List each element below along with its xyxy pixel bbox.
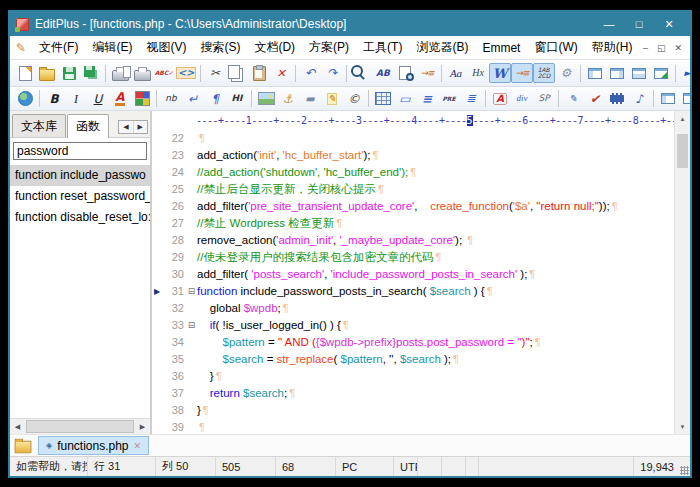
code-line[interactable]: 37 return $search; ¶ [152,385,674,402]
insert-table-icon[interactable] [372,89,394,109]
undo-icon[interactable]: ↶ [299,63,321,83]
scroll-left-icon[interactable]: ◀ [119,121,132,133]
code-line[interactable]: 33 ⊟ if( !is_user_logged_in() ) { ¶ [152,317,674,334]
open-file-icon[interactable] [36,63,58,83]
bold-icon[interactable]: B [43,89,65,109]
auto-indent-icon[interactable]: →≡ [511,63,533,83]
find-icon[interactable] [350,63,372,83]
preferences-icon[interactable]: ⚙ [555,63,577,83]
menu-item[interactable]: 工具(T) [356,37,409,58]
sidebar-hscrollbar[interactable]: ◀ ▶ [10,418,150,434]
menu-item[interactable]: 编辑(E) [85,37,139,58]
delete-icon[interactable]: ✕ [270,63,292,83]
menu-item[interactable]: 文件(F) [32,37,85,58]
insert-list-icon[interactable]: ≣ [460,89,482,109]
sidebar-tab[interactable]: 文本库 [12,114,66,137]
insert-textbox-icon[interactable]: ▭ [394,89,416,109]
code-line[interactable]: 28 remove_action('admin_init', '_maybe_u… [152,232,674,249]
paragraph-icon[interactable]: ¶ [204,89,226,109]
print-preview-icon[interactable] [109,63,131,83]
fold-toggle-icon[interactable]: ⊟ [186,317,197,334]
toggle-cliptext-icon[interactable] [606,63,628,83]
function-list-item[interactable]: function disable_reset_lo: [10,207,150,228]
pre-tag-icon[interactable]: PRE [438,89,460,109]
nbsp-icon[interactable]: nb [160,89,182,109]
new-document-icon[interactable] [14,63,36,83]
copyright-icon[interactable]: © [343,89,365,109]
underline-icon[interactable]: U [87,89,109,109]
cut-icon[interactable]: ✂ [204,63,226,83]
hscroll-left-icon[interactable]: ◀ [10,423,25,431]
view-in-browser-icon[interactable] [14,89,36,109]
find-in-files-icon[interactable] [394,63,416,83]
insert-image-icon[interactable] [255,89,277,109]
function-filter-input[interactable] [13,142,147,160]
copy-icon[interactable] [226,63,248,83]
menu-item[interactable]: 搜索(S) [193,37,247,58]
object-properties-icon[interactable] [679,89,692,109]
mdi-restore-icon[interactable]: ◱ [657,43,666,53]
menu-item[interactable]: 帮助(H) [585,37,640,58]
code-line[interactable]: 34 $pattern = " AND ({$wpdb->prefix}post… [152,334,674,351]
context-help-icon[interactable]: ►? [679,63,692,83]
code-line[interactable]: 29 //使未登录用户的搜索结果包含加密文章的代码 ¶ [152,249,674,266]
scroll-right-icon[interactable]: ▶ [133,121,147,133]
toggle-output-icon[interactable] [628,63,650,83]
code-line[interactable]: 30 add_filter( 'posts_search', 'include_… [152,266,674,283]
hscroll-thumb[interactable] [26,420,134,433]
horizontal-rule-icon[interactable]: ▬ [299,89,321,109]
maximize-icon[interactable]: □ [624,14,654,34]
scroll-up-icon[interactable]: ▲ [675,111,690,126]
folder-icon[interactable] [15,441,32,454]
menu-item[interactable]: 窗口(W) [527,37,584,58]
word-wrap-icon[interactable]: W [489,63,511,83]
hscroll-right-icon[interactable]: ▶ [135,423,150,431]
color-picker-icon[interactable] [131,89,153,109]
align-center-icon[interactable]: ≡ [416,89,438,109]
print-icon[interactable] [131,63,153,83]
code-line[interactable]: 22 ¶ [152,130,674,147]
menu-item[interactable]: 方案(P) [302,37,356,58]
code-line[interactable]: ▶ 31 ⊟ function include_password_posts_i… [152,283,674,300]
save-icon[interactable] [58,63,80,83]
vscroll-thumb[interactable] [677,134,688,168]
resize-grip[interactable] [680,466,689,475]
editor-vscrollbar[interactable]: ▲ ▼ [674,111,690,434]
insert-music-icon[interactable]: ♪ [628,89,650,109]
toggle-sidebar-icon[interactable] [584,63,606,83]
code-line[interactable]: 27 //禁止 Wordpress 检查更新 ¶ [152,215,674,232]
code-line[interactable]: 26 add_filter('pre_site_transient_update… [152,198,674,215]
span-tag-icon[interactable]: SP [533,89,555,109]
line-break-icon[interactable]: ↵ [182,89,204,109]
italic-icon[interactable]: I [65,89,87,109]
function-list-item[interactable]: function include_passwo [10,165,150,186]
code-editor[interactable]: 22 ¶ 23 add_action('init', 'hc_buffer_st… [152,130,674,434]
title-bar[interactable]: EditPlus - [functions.php - C:\Users\Adm… [10,12,690,36]
menu-item[interactable]: Emmet [475,39,527,57]
code-line[interactable]: 24 //add_action('shutdown', 'hc_buffer_e… [152,164,674,181]
paste-icon[interactable] [248,63,270,83]
replace-icon[interactable]: AB [372,63,394,83]
tab-close-icon[interactable]: ✕ [134,441,142,451]
div-tag-icon[interactable]: div [511,89,533,109]
redo-icon[interactable]: ↷ [321,63,343,83]
form-fields-icon[interactable] [657,89,679,109]
hex-viewer-icon[interactable]: Hx [467,63,489,83]
code-line[interactable]: 23 add_action('init', 'hc_buffer_start')… [152,147,674,164]
heading-icon[interactable]: HI [226,89,248,109]
close-icon[interactable]: ✕ [654,14,684,34]
anchor-icon[interactable]: ⚓ [277,89,299,109]
insert-note-icon[interactable]: ✎ [321,89,343,109]
new-window-icon[interactable] [650,63,672,83]
document-tab[interactable]: ◈ functions.php ✕ [38,436,149,455]
code-line[interactable]: 32 global $wpdb; ¶ [152,300,674,317]
code-line[interactable]: 39 ¶ [152,419,674,434]
code-line[interactable]: 25 //禁止后台显示更新，关闭核心提示 ¶ [152,181,674,198]
menu-item[interactable]: 文档(D) [247,37,302,58]
save-all-icon[interactable] [80,63,102,83]
minimize-icon[interactable]: — [594,14,624,34]
menu-item[interactable]: 浏览器(B) [409,37,475,58]
mdi-minimize-icon[interactable]: – [643,43,648,53]
html-code-icon[interactable]: <> [175,63,197,83]
code-line[interactable]: 38 } ¶ [152,402,674,419]
